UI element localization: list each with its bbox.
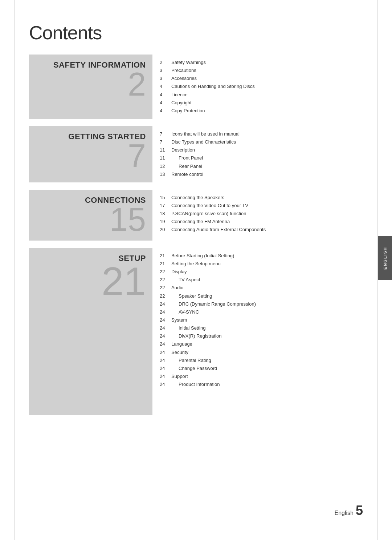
item-row: 22Audio	[160, 284, 345, 291]
item-number: 4	[160, 99, 171, 106]
item-row: 24Security	[160, 349, 345, 356]
item-text: TV Aspect	[171, 276, 345, 283]
item-number: 7	[160, 138, 171, 146]
item-number: 11	[160, 154, 171, 162]
section-number-connections: 15	[110, 203, 146, 236]
item-text: Cautions on Handling and Storing Discs	[171, 83, 345, 90]
item-row: 22Speaker Setting	[160, 293, 345, 300]
section-header-getting-started: GETTING STARTED7	[29, 126, 152, 182]
item-row: 19Connecting the FM Antenna	[160, 218, 345, 225]
item-text: DivX(R) Registration	[171, 333, 345, 340]
item-number: 4	[160, 83, 171, 90]
main-content: Contents SAFETY INFORMATION22Safety Warn…	[29, 22, 356, 422]
item-text: Security	[171, 349, 345, 356]
item-number: 22	[160, 284, 171, 291]
section-header-safety: SAFETY INFORMATION2	[29, 55, 152, 119]
item-row: 22Display	[160, 268, 345, 275]
item-text: Speaker Setting	[171, 293, 345, 300]
item-text: DRC (Dynamic Range Compression)	[171, 301, 345, 308]
page-border-left	[15, 0, 15, 540]
item-row: 12Rear Panel	[160, 163, 345, 170]
item-row: 3Precautions	[160, 67, 345, 74]
item-text: Support	[171, 373, 345, 380]
english-sidebar-text: ENGLISH	[383, 247, 387, 270]
item-text: Change Password	[171, 365, 345, 372]
item-number: 7	[160, 130, 171, 138]
item-row: 15Connecting the Speakers	[160, 194, 345, 201]
item-number: 24	[160, 381, 171, 388]
item-text: Licence	[171, 91, 345, 98]
item-row: 2Safety Warnings	[160, 59, 345, 66]
item-row: 24Language	[160, 340, 345, 348]
item-row: 4Licence	[160, 91, 345, 98]
item-row: 22TV Aspect	[160, 276, 345, 283]
item-number: 3	[160, 67, 171, 74]
item-number: 24	[160, 317, 171, 324]
section-header-setup: SETUP21	[29, 248, 152, 415]
item-text: System	[171, 317, 345, 324]
item-text: Parental Rating	[171, 357, 345, 364]
section-block-connections: CONNECTIONS1515Connecting the Speakers17…	[29, 190, 348, 241]
item-row: 11Description	[160, 146, 345, 154]
item-text: P.SCAN(progre ssive scan) function	[171, 210, 345, 217]
sections-container: SAFETY INFORMATION22Safety Warnings3Prec…	[29, 55, 356, 415]
item-text: Initial Setting	[171, 325, 345, 332]
item-text: Description	[171, 146, 345, 154]
item-number: 24	[160, 365, 171, 372]
section-header-connections: CONNECTIONS15	[29, 190, 152, 241]
item-row: 17Connecting the Video Out to your TV	[160, 202, 345, 209]
item-number: 24	[160, 357, 171, 364]
item-text: Connecting the Speakers	[171, 194, 345, 201]
section-items-setup: 21Before Starting (Initial Setting)21Set…	[152, 248, 348, 415]
item-row: 4Cautions on Handling and Storing Discs	[160, 83, 345, 90]
item-number: 24	[160, 349, 171, 356]
item-text: Display	[171, 268, 345, 275]
item-text: Rear Panel	[171, 163, 345, 170]
item-row: 18P.SCAN(progre ssive scan) function	[160, 210, 345, 217]
item-number: 24	[160, 301, 171, 308]
item-text: Setting the Setup menu	[171, 260, 345, 267]
item-row: 20Connecting Audio from External Compone…	[160, 226, 345, 233]
section-number-getting-started: 7	[128, 140, 146, 172]
page-border-right	[377, 0, 377, 540]
item-row: 7Disc Types and Characteristics	[160, 138, 345, 146]
item-text: Front Panel	[171, 154, 345, 162]
item-number: 4	[160, 91, 171, 98]
footer-page-number: 5	[356, 503, 363, 518]
english-sidebar: ENGLISH	[378, 236, 392, 280]
item-row: 24Parental Rating	[160, 357, 345, 364]
section-items-connections: 15Connecting the Speakers17Connecting th…	[152, 190, 348, 241]
item-number: 2	[160, 59, 171, 66]
section-items-getting-started: 7Icons that will be used in manual7Disc …	[152, 126, 348, 182]
item-row: 24Product Information	[160, 381, 345, 388]
item-row: 13Remote control	[160, 171, 345, 178]
item-text: Connecting the Video Out to your TV	[171, 202, 345, 209]
item-row: 24Change Password	[160, 365, 345, 372]
section-items-safety: 2Safety Warnings3Precautions3Accessories…	[152, 55, 348, 119]
item-number: 19	[160, 218, 171, 225]
item-number: 21	[160, 260, 171, 267]
item-number: 24	[160, 309, 171, 316]
item-row: 7Icons that will be used in manual	[160, 130, 345, 138]
item-text: Remote control	[171, 171, 345, 178]
item-number: 18	[160, 210, 171, 217]
item-number: 17	[160, 202, 171, 209]
item-number: 24	[160, 373, 171, 380]
item-text: Audio	[171, 284, 345, 291]
section-number-setup: 21	[102, 261, 146, 301]
item-number: 24	[160, 325, 171, 332]
item-row: 24System	[160, 317, 345, 324]
item-row: 3Accessories	[160, 75, 345, 82]
item-number: 13	[160, 171, 171, 178]
item-text: Disc Types and Characteristics	[171, 138, 345, 146]
item-text: Connecting the FM Antenna	[171, 218, 345, 225]
item-row: 11Front Panel	[160, 154, 345, 162]
item-number: 22	[160, 268, 171, 275]
item-number: 4	[160, 107, 171, 114]
item-text: Language	[171, 340, 345, 348]
item-number: 3	[160, 75, 171, 82]
section-block-setup: SETUP2121Before Starting (Initial Settin…	[29, 248, 348, 415]
item-number: 24	[160, 340, 171, 348]
item-row: 24AV-SYNC	[160, 309, 345, 316]
item-text: AV-SYNC	[171, 309, 345, 316]
